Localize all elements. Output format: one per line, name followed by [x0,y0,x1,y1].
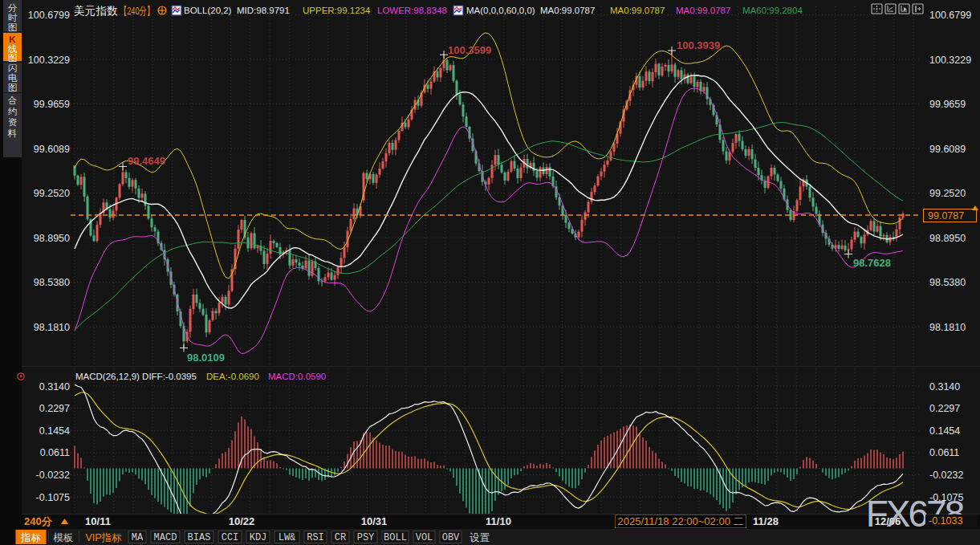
svg-text:图: 图 [8,53,18,63]
svg-text:K: K [9,35,16,44]
svg-text:合: 合 [8,96,18,105]
svg-text:0.3140: 0.3140 [929,381,960,392]
svg-text:模板: 模板 [53,532,74,543]
svg-text:图: 图 [8,22,18,32]
svg-text:FX678: FX678 [866,493,964,535]
svg-text:VOL: VOL [416,532,433,543]
svg-text:11/10: 11/10 [486,515,511,527]
svg-text:MACD:0.0590: MACD:0.0590 [268,372,326,381]
svg-text:BOLL(20,2): BOLL(20,2) [184,6,232,15]
svg-text:DEA:-0.0690: DEA:-0.0690 [206,372,259,381]
svg-text:98.8950: 98.8950 [34,233,70,244]
svg-text:电: 电 [8,73,18,83]
svg-text:RSI: RSI [307,532,324,543]
svg-text:99.4649: 99.4649 [128,155,165,167]
svg-text:-0.1033: -0.1033 [929,515,962,527]
svg-text:MA0:99.0787: MA0:99.0787 [540,6,595,15]
svg-text:图: 图 [8,83,18,92]
svg-text:时: 时 [8,13,18,22]
svg-text:MA60:99.2804: MA60:99.2804 [742,6,803,15]
svg-text:PSY: PSY [357,532,375,543]
svg-text:99.2520: 99.2520 [929,188,966,199]
svg-text:100.3229: 100.3229 [28,55,70,66]
svg-text:100.6799: 100.6799 [929,10,971,21]
svg-text:-0.0232: -0.0232 [929,470,963,481]
svg-text:98.1810: 98.1810 [929,322,966,333]
svg-text:UPPER:99.1234: UPPER:99.1234 [303,6,371,15]
svg-text:100.3229: 100.3229 [929,55,971,66]
svg-text:约: 约 [8,107,18,116]
svg-text:240分: 240分 [24,515,53,527]
svg-text:99.2520: 99.2520 [34,188,70,199]
svg-text:OBV: OBV [442,532,460,543]
svg-text:CR: CR [335,532,346,543]
svg-text:MA: MA [132,532,144,543]
svg-text:11/28: 11/28 [753,515,779,527]
svg-text:10/11: 10/11 [85,515,111,527]
svg-text:CCI: CCI [222,532,239,543]
svg-text:10/31: 10/31 [361,515,388,527]
svg-text:0.0611: 0.0611 [929,447,959,458]
svg-text:MA0:99.0787: MA0:99.0787 [676,6,730,15]
svg-text:99.6089: 99.6089 [34,144,70,155]
svg-text:KDJ: KDJ [250,532,267,543]
svg-text:0.0611: 0.0611 [40,447,70,458]
svg-text:0.1454: 0.1454 [39,425,70,437]
svg-text:98.8950: 98.8950 [929,233,966,244]
svg-text:MA(0,0,0,60,0,0): MA(0,0,0,60,0,0) [466,6,535,15]
svg-text:98.7628: 98.7628 [853,257,891,269]
svg-text:LW&: LW& [279,532,296,543]
svg-text:MACD(26,12,9) DIFF:-0.0395: MACD(26,12,9) DIFF:-0.0395 [75,372,197,381]
svg-text:99.9659: 99.9659 [34,99,70,110]
svg-text:MACD: MACD [154,532,177,543]
svg-text:BOLL: BOLL [384,532,407,543]
svg-text:98.5380: 98.5380 [929,277,966,288]
svg-text:资: 资 [8,117,18,127]
svg-text:美元指数: 美元指数 [74,5,118,17]
svg-text:98.5380: 98.5380 [34,277,70,288]
svg-text:98.1810: 98.1810 [34,322,70,333]
svg-text:BIAS: BIAS [188,532,211,543]
svg-text:指标: 指标 [20,532,42,543]
svg-text:LOWER:98.8348: LOWER:98.8348 [377,6,447,15]
svg-text:99.0787: 99.0787 [928,210,964,222]
svg-text:100.3599: 100.3599 [448,44,491,56]
svg-text:闪: 闪 [8,63,18,73]
svg-text:料: 料 [7,128,18,138]
svg-text:MA0:99.0787: MA0:99.0787 [610,6,665,15]
svg-text:VIP指标: VIP指标 [85,532,122,543]
svg-text:0.1454: 0.1454 [929,425,960,437]
svg-text:98.0109: 98.0109 [187,352,225,364]
svg-text:-0.0232: -0.0232 [36,470,70,481]
svg-text:设置: 设置 [470,532,490,543]
svg-text:【240分】: 【240分】 [120,5,154,17]
svg-text:分: 分 [8,3,18,13]
svg-text:-0.1075: -0.1075 [36,492,70,503]
svg-text:99.9659: 99.9659 [929,99,966,110]
svg-text:100.3939: 100.3939 [677,39,720,51]
svg-text:0.2297: 0.2297 [929,403,960,414]
svg-text:0.3140: 0.3140 [39,381,70,392]
svg-text:10/22: 10/22 [229,515,255,527]
svg-text:100.6799: 100.6799 [28,10,70,21]
svg-text:0.2297: 0.2297 [39,403,70,414]
svg-text:99.6089: 99.6089 [929,144,966,155]
svg-text:MID:98.9791: MID:98.9791 [237,6,290,15]
svg-text:2025/11/18 22:00~02:00 二: 2025/11/18 22:00~02:00 二 [618,515,744,527]
